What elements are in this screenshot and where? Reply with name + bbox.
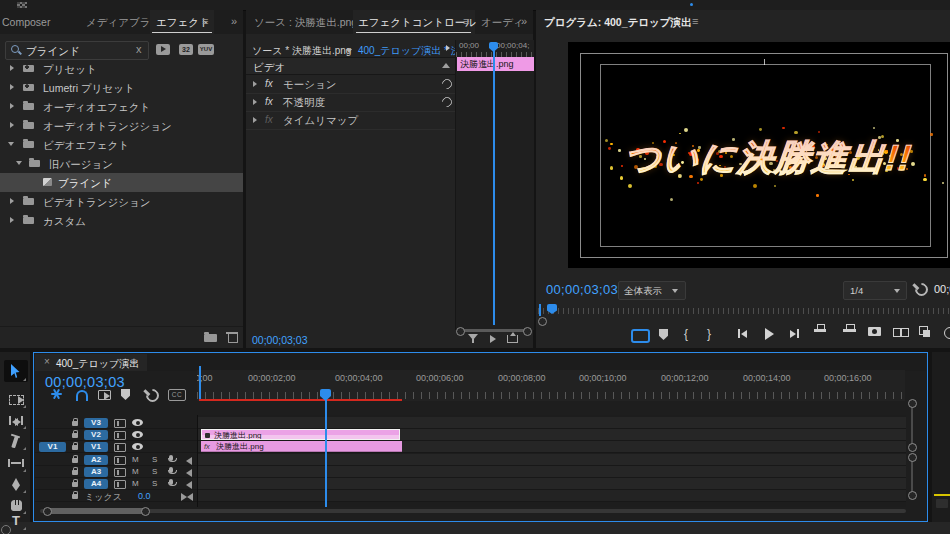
track-lane-mix[interactable] — [198, 490, 906, 502]
tree-label[interactable]: Lumetri プリセット — [43, 82, 135, 96]
mini-zoom-handle-left[interactable] — [456, 327, 465, 336]
video-zoom-handle-bottom[interactable] — [908, 443, 917, 452]
tree-label[interactable]: ブラインド — [58, 177, 112, 191]
voiceover-mic-icon[interactable] — [169, 467, 173, 473]
chevron-down-icon[interactable] — [8, 142, 14, 146]
collapse-up-icon[interactable] — [442, 63, 450, 68]
tree-row-video-effects[interactable]: ビデオエフェクト — [0, 135, 243, 154]
track-visibility-icon[interactable] — [132, 431, 143, 438]
timeline-hscroll-thumb[interactable] — [47, 508, 146, 514]
mix-gain-value[interactable]: 0.0 — [138, 491, 151, 501]
keyframe-nav-icon[interactable] — [186, 469, 192, 477]
tree-label[interactable]: ビデオエフェクト — [43, 139, 129, 153]
timeline-panel-menu-icon[interactable]: ≡ — [131, 356, 137, 367]
video-zoom-handle-top[interactable] — [908, 399, 917, 408]
play-audio-icon[interactable] — [490, 335, 496, 343]
program-timecode[interactable]: 00;00;03;03 — [546, 282, 618, 297]
tree-row-audio-effects[interactable]: オーディオエフェクト — [0, 97, 243, 116]
keyframe-nav-icon[interactable] — [186, 481, 192, 489]
tree-label[interactable]: オーディオトランジション — [43, 120, 172, 134]
hscroll-handle-left[interactable] — [43, 507, 52, 516]
captions-icon[interactable]: CC — [168, 389, 186, 401]
chevron-right-icon[interactable] — [10, 65, 14, 71]
tree-label[interactable]: カスタム — [43, 215, 86, 229]
solo-button[interactable]: S — [152, 455, 157, 464]
tree-label[interactable]: オーディオエフェクト — [43, 101, 150, 115]
hscroll-handle-right[interactable] — [141, 507, 150, 516]
sync-lock-icon[interactable] — [114, 431, 126, 440]
chevron-right-icon[interactable] — [10, 122, 14, 128]
32bit-color-icon[interactable]: 32 — [179, 44, 193, 55]
mute-button[interactable]: M — [132, 455, 139, 464]
lock-icon[interactable] — [72, 458, 78, 463]
ecp-sequence-clip-link[interactable]: 400_テロップ演出 * 決... — [358, 44, 469, 58]
mini-clip[interactable]: 決勝進出.png — [457, 57, 534, 71]
nest-toggle-icon[interactable] — [51, 388, 62, 400]
sync-lock-icon[interactable] — [114, 419, 126, 428]
ecp-panel-menu-icon[interactable]: ≡ — [463, 15, 469, 27]
tab-program[interactable]: プログラム: 400_テロップ演出 — [544, 16, 692, 30]
timeline-ruler[interactable]: 00;00 00;00;02;00 00;00;04;00 00;00;06;0… — [197, 370, 905, 401]
tree-label[interactable]: プリセット — [43, 63, 97, 77]
tree-row-blind-selected[interactable]: ブラインド — [0, 173, 243, 192]
lock-icon[interactable] — [72, 421, 78, 426]
track-target-a4[interactable]: A4 — [84, 479, 108, 489]
ecp-timecode[interactable]: 00;00;03;03 — [252, 334, 307, 346]
program-zoom-handle[interactable] — [538, 317, 547, 326]
track-visibility-icon[interactable] — [132, 419, 143, 426]
snap-magnet-icon[interactable] — [76, 390, 88, 401]
tab-effect-controls-label[interactable]: エフェクトコントロール — [358, 16, 476, 30]
mix-keyframe-right[interactable] — [187, 493, 193, 501]
audio-zoom-handle-top[interactable] — [908, 453, 917, 462]
effects-overflow-icon[interactable]: » — [231, 15, 237, 27]
track-target-v2[interactable]: V2 — [84, 430, 108, 440]
audio-zoom-handle-bottom[interactable] — [908, 491, 917, 500]
razor-tool[interactable] — [4, 433, 28, 451]
selection-tool[interactable] — [4, 360, 28, 382]
mark-in-icon[interactable]: { — [684, 327, 688, 341]
lock-icon[interactable] — [72, 494, 78, 499]
mark-out-icon[interactable]: } — [707, 327, 711, 341]
lock-icon[interactable] — [72, 433, 78, 438]
solo-button[interactable]: S — [152, 479, 157, 488]
timeline-tab-title[interactable]: 400_テロップ演出 — [56, 357, 139, 371]
chevron-right-icon[interactable] — [253, 117, 257, 123]
chevron-right-icon[interactable] — [253, 81, 257, 87]
track-header-a4[interactable]: A4 M S — [35, 478, 197, 490]
solo-button[interactable]: S — [152, 467, 157, 476]
keyframe-nav-icon[interactable] — [186, 457, 192, 465]
chevron-down-icon[interactable] — [16, 161, 22, 165]
slip-tool[interactable] — [4, 455, 28, 473]
pen-tool[interactable] — [4, 476, 28, 494]
ecp-overflow-icon[interactable]: » — [521, 15, 527, 27]
voiceover-mic-icon[interactable] — [169, 479, 173, 485]
track-target-a3[interactable]: A3 — [84, 467, 108, 477]
reset-icon[interactable] — [440, 77, 454, 91]
new-custom-bin-icon[interactable] — [204, 334, 217, 342]
track-target-v1[interactable]: V1 — [84, 442, 108, 452]
effects-panel-menu-icon[interactable]: ≡ — [202, 15, 208, 27]
ecp-mini-timeline[interactable]: 00;00 00;00;04; 決勝進出.png — [455, 40, 534, 330]
step-forward-icon[interactable] — [790, 330, 796, 338]
workspace-grid-icon[interactable] — [17, 2, 27, 8]
clip-v2[interactable]: 決勝進出.png — [201, 429, 400, 440]
timeline-playhead-line[interactable] — [325, 400, 327, 507]
lock-icon[interactable] — [72, 445, 78, 450]
sync-lock-icon[interactable] — [114, 480, 126, 489]
effect-name-motion[interactable]: モーション — [283, 78, 336, 92]
resolution-select[interactable]: 1/4 — [843, 281, 907, 300]
track-header-v3[interactable]: V3 — [35, 417, 197, 429]
tree-label[interactable]: ビデオトランジション — [43, 196, 150, 210]
track-header-v2[interactable]: V2 — [35, 429, 197, 441]
tree-row-lumetri-presets[interactable]: Lumetri プリセット — [0, 78, 243, 97]
search-value[interactable]: ブラインド — [26, 45, 80, 59]
track-select-forward-tool[interactable] — [4, 391, 28, 409]
source-patch-v1[interactable]: V1 — [39, 442, 66, 452]
play-around-icon[interactable] — [446, 45, 450, 51]
ecp-video-section-row[interactable]: ビデオ — [246, 58, 455, 75]
program-scrubber[interactable] — [538, 304, 950, 316]
sync-lock-icon[interactable] — [114, 456, 126, 465]
tree-row-audio-transitions[interactable]: オーディオトランジション — [0, 116, 243, 135]
tree-label[interactable]: 旧バージョン — [49, 158, 113, 172]
mute-button[interactable]: M — [132, 479, 139, 488]
